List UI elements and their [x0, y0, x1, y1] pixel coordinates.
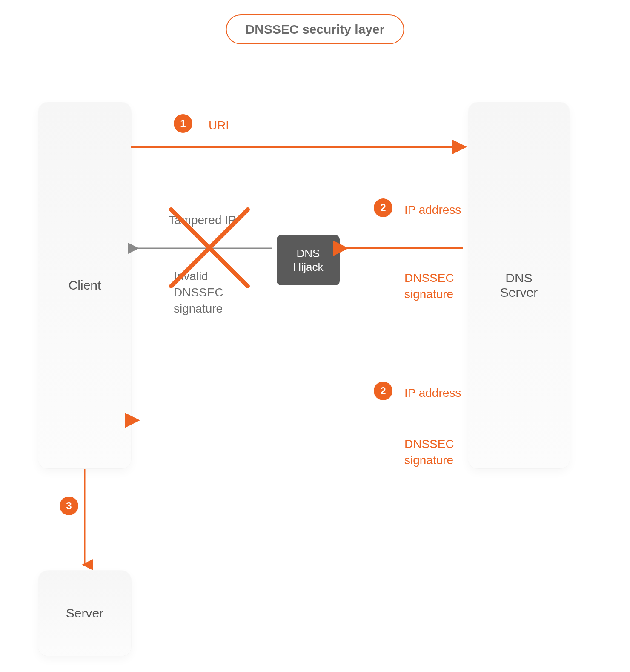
label-tampered-ip: Tampered IP — [169, 212, 236, 228]
step-badge-1: 1 — [174, 114, 192, 133]
arrow-client-to-server — [78, 469, 91, 570]
diagram-title: DNSSEC security layer — [246, 22, 385, 36]
step-number: 3 — [66, 500, 72, 512]
step-badge-2a: 2 — [374, 198, 392, 217]
label-dnssec-signature-1: DNSSEC signature — [404, 270, 454, 302]
client-node: Client — [38, 102, 131, 468]
dns-hijack-node: DNS Hijack — [277, 235, 340, 285]
dns-server-node: DNS Server — [468, 102, 570, 468]
diagram-title-pill: DNSSEC security layer — [226, 14, 404, 44]
server-node: Server — [38, 571, 131, 656]
dns-server-label: DNS Server — [500, 271, 538, 300]
arrow-dns-to-client — [131, 414, 468, 427]
label-invalid-signature: Invalid DNSSEC signature — [174, 268, 223, 316]
client-label: Client — [69, 278, 101, 293]
server-label: Server — [66, 606, 103, 620]
label-ip-address-1: IP address — [404, 202, 461, 218]
step-badge-2b: 2 — [374, 382, 392, 400]
label-dnssec-signature-2: DNSSEC signature — [404, 436, 454, 468]
diagram-stage: DNSSEC security layer Client DNS Server … — [0, 0, 630, 672]
arrow-hijack-to-client-blocked — [131, 242, 277, 255]
step-number: 1 — [180, 118, 186, 129]
dns-hijack-label: DNS Hijack — [293, 247, 324, 274]
step-number: 2 — [380, 202, 386, 214]
arrow-url — [131, 141, 468, 153]
step-badge-3: 3 — [60, 497, 78, 515]
step-number: 2 — [380, 385, 386, 397]
label-url: URL — [209, 118, 232, 134]
label-ip-address-2: IP address — [404, 385, 461, 401]
arrow-dns-to-hijack — [340, 242, 468, 255]
